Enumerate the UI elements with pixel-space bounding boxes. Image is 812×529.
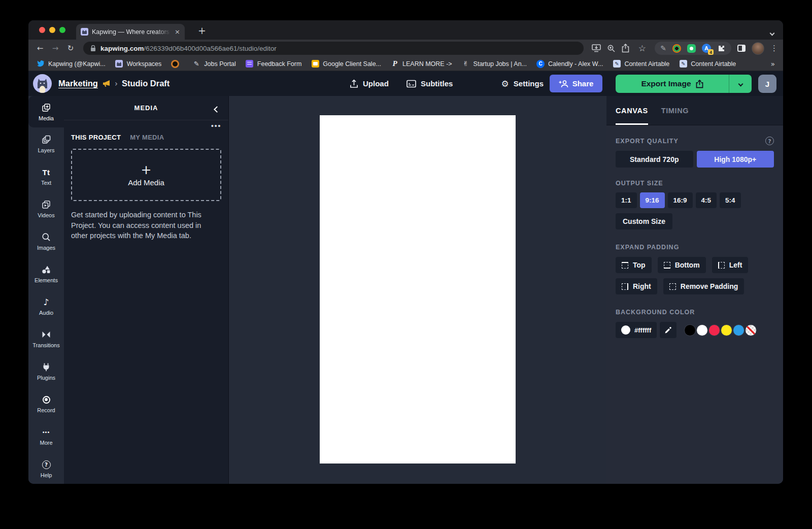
bookmark-item[interactable]: Google Client Sale... bbox=[311, 60, 381, 68]
extension-a-icon[interactable]: A 4 bbox=[702, 44, 711, 53]
ratio-options: 1:1 9:16 16:9 4:5 5:4 bbox=[616, 192, 774, 208]
bookmark-item[interactable]: C Calendly - Alex W... bbox=[536, 60, 603, 68]
bookmark-item[interactable]: ✎ Content Airtable bbox=[679, 60, 736, 68]
ratio-9-16-button[interactable]: 9:16 bbox=[640, 192, 665, 208]
collapse-panel-icon[interactable] bbox=[215, 106, 219, 113]
extension-chat-icon[interactable] bbox=[687, 44, 696, 53]
bookmarks-overflow-icon[interactable]: » bbox=[770, 60, 775, 68]
subtitles-button[interactable]: Subtitles bbox=[407, 71, 453, 96]
sidebar-label: Media bbox=[39, 115, 54, 121]
swatch-transparent[interactable] bbox=[746, 325, 756, 336]
ratio-1-1-button[interactable]: 1:1 bbox=[616, 192, 637, 208]
tab-my-media[interactable]: MY MEDIA bbox=[130, 134, 164, 141]
export-options-button[interactable] bbox=[729, 75, 752, 93]
sidebar-item-more[interactable]: ••• More bbox=[28, 420, 64, 452]
swatch-red[interactable] bbox=[709, 325, 720, 336]
sidebar-item-images[interactable]: Images bbox=[28, 225, 64, 257]
tab-canvas[interactable]: CANVAS bbox=[616, 96, 648, 125]
export-image-button[interactable]: Export Image bbox=[616, 75, 729, 93]
tab-this-project[interactable]: THIS PROJECT bbox=[71, 134, 121, 141]
panel-options-icon[interactable]: ••• bbox=[211, 121, 221, 130]
bookmark-item[interactable]: Feedback Form bbox=[246, 60, 302, 68]
sidebar-label: Videos bbox=[38, 212, 54, 218]
bookmark-item[interactable]: ✎ Content Airtable bbox=[613, 60, 669, 68]
sidebar-item-media[interactable]: Media bbox=[28, 96, 64, 127]
help-circle-icon[interactable]: ? bbox=[765, 137, 774, 145]
url-domain: kapwing.com bbox=[100, 45, 144, 52]
sidebar-item-record[interactable]: Record bbox=[28, 387, 64, 420]
sidebar-item-videos[interactable]: Videos bbox=[28, 192, 64, 225]
padding-top-button[interactable]: Top bbox=[616, 257, 652, 273]
add-media-dropzone[interactable]: + Add Media bbox=[71, 149, 221, 201]
profile-avatar[interactable] bbox=[752, 42, 764, 55]
extensions-puzzle-icon[interactable] bbox=[717, 44, 726, 53]
settings-label: Settings bbox=[514, 79, 544, 88]
zoom-icon[interactable] bbox=[607, 44, 616, 53]
back-icon[interactable]: ← bbox=[33, 44, 47, 53]
upload-button[interactable]: Upload bbox=[350, 71, 389, 96]
new-tab-button[interactable]: + bbox=[196, 25, 208, 36]
background-color-section: BACKGROUND COLOR #ffffff bbox=[616, 307, 774, 338]
sidebar-item-transitions[interactable]: Transitions bbox=[28, 322, 64, 355]
quality-high-button[interactable]: High 1080p+ bbox=[697, 151, 774, 168]
bookmark-label: Feedback Form bbox=[257, 60, 302, 68]
bookmark-item[interactable]: P LEARN MORE -> bbox=[391, 60, 452, 68]
sidebar-label: Layers bbox=[38, 147, 54, 153]
sidebar-item-elements[interactable]: Elements bbox=[28, 257, 64, 290]
split-view-icon[interactable] bbox=[737, 45, 746, 52]
sidebar-item-plugins[interactable]: Plugins bbox=[28, 355, 64, 387]
canvas-artboard[interactable] bbox=[320, 115, 516, 464]
tab-close-icon[interactable]: × bbox=[175, 28, 180, 36]
sidebar-item-help[interactable]: ? Help bbox=[28, 452, 64, 484]
address-bar[interactable]: kapwing.com/626339d06b400d00a566ae61/stu… bbox=[83, 42, 584, 55]
sidebar-item-text[interactable]: Tt Text bbox=[28, 160, 64, 192]
sidebar-item-layers[interactable]: Layers bbox=[28, 127, 64, 160]
swatch-yellow[interactable] bbox=[721, 325, 732, 336]
extension-target-icon[interactable] bbox=[672, 44, 681, 53]
close-window-button[interactable] bbox=[39, 27, 45, 33]
extension-pencil-icon[interactable]: ✎ bbox=[660, 44, 666, 52]
bookmark-item[interactable]: Kapwing (@Kapwi... bbox=[37, 60, 106, 68]
user-avatar[interactable]: J bbox=[758, 75, 776, 93]
breadcrumb-separator: › bbox=[115, 79, 118, 88]
padding-bottom-button[interactable]: Bottom bbox=[658, 257, 706, 273]
swatch-black[interactable] bbox=[685, 325, 695, 336]
custom-size-button[interactable]: Custom Size bbox=[616, 213, 672, 229]
tab-timing[interactable]: TIMING bbox=[661, 96, 689, 125]
padding-right-button[interactable]: Right bbox=[616, 278, 657, 294]
background-color-label: BACKGROUND COLOR bbox=[616, 309, 695, 316]
remove-padding-button[interactable]: Remove Padding bbox=[663, 278, 745, 294]
bookmark-item[interactable] bbox=[171, 60, 183, 68]
sidebar-item-audio[interactable]: ♪ Audio bbox=[28, 290, 64, 322]
bookmark-item[interactable]: Workspaces bbox=[115, 60, 162, 68]
reload-icon[interactable]: ↻ bbox=[64, 44, 77, 53]
bookmark-star-icon[interactable]: ☆ bbox=[635, 43, 649, 53]
bookmark-item[interactable]: ✌ Startup Jobs | An... bbox=[462, 60, 527, 68]
settings-button[interactable]: ⚙ Settings bbox=[501, 71, 544, 96]
share-page-icon[interactable] bbox=[622, 44, 629, 53]
swatch-white[interactable] bbox=[697, 325, 707, 336]
tab-search-chevron-icon[interactable] bbox=[770, 28, 774, 37]
breadcrumb-workspace-link[interactable]: Marketing bbox=[58, 79, 98, 88]
install-icon[interactable] bbox=[592, 44, 601, 52]
forward-icon[interactable]: → bbox=[49, 44, 62, 53]
camera-icon bbox=[171, 60, 179, 68]
swatch-blue[interactable] bbox=[733, 325, 744, 336]
sidebar-label: Elements bbox=[35, 277, 58, 283]
browser-tab[interactable]: Kapwing — Where creators brin × bbox=[76, 24, 185, 40]
quality-standard-button[interactable]: Standard 720p bbox=[616, 151, 693, 168]
minimize-window-button[interactable] bbox=[49, 27, 55, 33]
ratio-5-4-button[interactable]: 5:4 bbox=[720, 192, 741, 208]
padding-left-button[interactable]: Left bbox=[712, 257, 749, 273]
share-button[interactable]: Share bbox=[550, 75, 602, 92]
ratio-16-9-button[interactable]: 16:9 bbox=[668, 192, 693, 208]
color-value-button[interactable]: #ffffff bbox=[616, 322, 657, 338]
audio-icon: ♪ bbox=[44, 297, 49, 308]
breadcrumb-project[interactable]: Studio Draft bbox=[122, 79, 170, 88]
zoom-window-button[interactable] bbox=[59, 27, 65, 33]
eyedropper-button[interactable] bbox=[660, 322, 676, 338]
bookmark-item[interactable]: ✎ Jobs Portal bbox=[192, 60, 236, 68]
ratio-4-5-button[interactable]: 4:5 bbox=[696, 192, 717, 208]
workspace-avatar[interactable] bbox=[33, 74, 52, 93]
browser-menu-icon[interactable]: ⋮ bbox=[770, 44, 778, 53]
